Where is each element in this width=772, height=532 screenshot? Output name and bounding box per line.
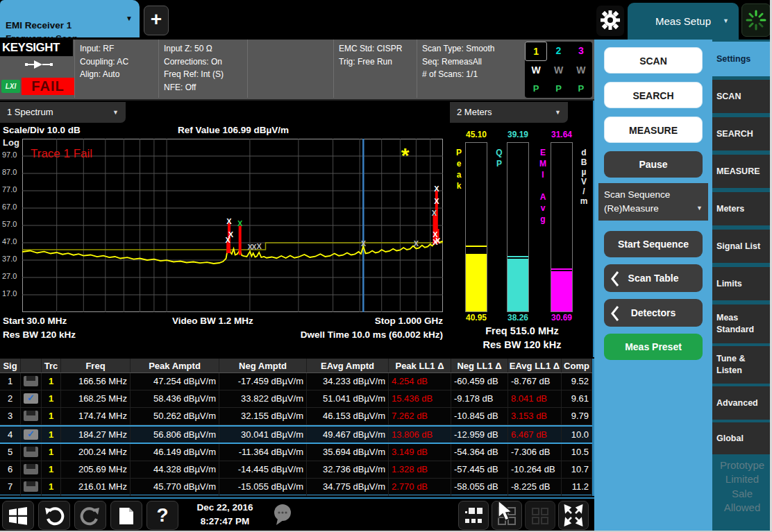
eavg-limit-delta: -8.767 dB: [508, 373, 562, 390]
meters-window-dropdown[interactable]: 2 Meters ▼: [450, 102, 568, 123]
qp-hold-line: [507, 256, 528, 257]
peak-marker-x: X: [228, 230, 234, 239]
plus-icon: +: [151, 8, 162, 30]
row-checkbox-unchecked[interactable]: [24, 481, 38, 492]
menu-tab-signal-list[interactable]: Signal List: [712, 230, 772, 263]
scale-div-label: Scale/Div 10.0 dB: [3, 125, 81, 135]
row-checkbox-unchecked[interactable]: [24, 464, 38, 474]
row-checkbox-unchecked[interactable]: [24, 411, 38, 421]
column-header[interactable]: Trc: [42, 359, 61, 372]
tab-emi-receiver[interactable]: EMI Receiver 1 Frequency Scan ▼: [0, 0, 140, 37]
y-axis-label: 97.0: [2, 151, 22, 159]
sig-number: 3: [0, 408, 21, 424]
detectors-button[interactable]: Detectors: [604, 299, 703, 327]
row-checkbox-unchecked[interactable]: [24, 447, 38, 457]
measure-button[interactable]: MEASURE: [604, 117, 703, 143]
trace-1-write-cell[interactable]: W: [525, 61, 547, 80]
undo-button[interactable]: [38, 501, 70, 530]
trace-3-peak-cell[interactable]: P: [570, 80, 592, 98]
grid-windows-button[interactable]: [525, 501, 555, 530]
pause-button[interactable]: Pause: [604, 151, 703, 178]
table-row[interactable]: 5 1 200.24 MHz 46.149 dBµV/m -11.364 dBµ…: [0, 444, 592, 461]
trace-3-cell[interactable]: 3: [570, 42, 592, 61]
column-header[interactable]: Freq: [61, 359, 131, 372]
meas-setup-dropdown[interactable]: Meas Setup ▼: [628, 3, 739, 40]
emi-avg-meter-fill: [551, 271, 572, 311]
start-sequence-button[interactable]: Start Sequence: [604, 231, 703, 257]
row-checkbox-checked[interactable]: ✓: [24, 429, 38, 440]
help-button[interactable]: ?: [146, 501, 178, 530]
scan-button[interactable]: SCAN: [604, 47, 703, 74]
menu-tab-meters[interactable]: Meters: [712, 192, 772, 225]
trace-2-write-cell[interactable]: W: [547, 61, 569, 80]
column-header[interactable]: Comp: [562, 359, 592, 372]
column-header[interactable]: Peak LL1 Δ: [389, 359, 451, 372]
tile-windows-button[interactable]: [458, 501, 489, 530]
add-tab-button[interactable]: +: [144, 6, 169, 35]
redo-button[interactable]: [74, 501, 106, 530]
table-row[interactable]: 1 1 166.56 MHz 47.254 dBµV/m -17.459 dBµ…: [0, 373, 592, 391]
eavg-limit-delta: -7.306 dB: [508, 444, 562, 461]
column-header[interactable]: Sig: [0, 359, 21, 372]
table-row[interactable]: 7 1 216.01 MHz 45.770 dBµV/m -15.055 dBµ…: [0, 479, 592, 496]
neg-amptd: -15.055 dBµV/m: [219, 479, 307, 495]
eavg-amptd: 35.694 dBµV/m: [307, 444, 389, 461]
datetime-display[interactable]: Dec 22, 2016 8:27:47 PM: [183, 501, 267, 530]
menu-column: Settings SCAN SEARCH MEASURE Meters Sign…: [712, 40, 772, 532]
chat-bubble-icon[interactable]: [271, 503, 296, 526]
file-button[interactable]: [110, 501, 142, 530]
menu-tab-global[interactable]: Global: [712, 422, 772, 454]
menu-tab-measure[interactable]: MEASURE: [712, 155, 772, 188]
trace-1-peak-cell[interactable]: P: [525, 80, 547, 98]
scan-table-button[interactable]: Scan Table: [604, 264, 703, 292]
trace-1-cell[interactable]: 1: [525, 42, 547, 61]
scan-sequence-dropdown[interactable]: Scan Sequence (Re)Measure ▼: [598, 183, 708, 221]
meas-preset-button[interactable]: Meas Preset: [604, 334, 703, 360]
menu-tab-advanced[interactable]: Advanced: [712, 386, 772, 420]
trace-status-grid[interactable]: 1 2 3 W W W P P P: [525, 42, 592, 98]
menu-tab-search[interactable]: SEARCH: [712, 117, 772, 151]
search-button[interactable]: SEARCH: [604, 82, 703, 108]
y-axis-label: 67.0: [2, 203, 22, 211]
table-row[interactable]: 3 1 174.74 MHz 50.262 dBµV/m 32.155 dBµV…: [0, 408, 592, 425]
table-row[interactable]: 2 ✓ 1 168.25 MHz 58.436 dBµV/m 33.822 dB…: [0, 391, 592, 408]
log-axis-label: Log: [3, 137, 19, 148]
neg-limit-delta: -58.055 dB: [451, 479, 508, 495]
redo-icon: [79, 517, 101, 529]
spectrum-chart[interactable]: 17.027.037.047.057.067.077.087.097.0 Log…: [0, 139, 448, 314]
checkbox-cell: ✓: [21, 391, 42, 407]
row-checkbox-unchecked[interactable]: [24, 376, 38, 386]
column-header[interactable]: Neg Amptd: [219, 359, 307, 372]
spectrum-window-dropdown[interactable]: 1 Spectrum ▼: [0, 102, 126, 123]
settings-gear-button[interactable]: [596, 6, 624, 36]
peak-hold-line: [466, 246, 487, 247]
column-header[interactable]: EAvg LL1 Δ: [508, 359, 562, 372]
sig-number: 6: [0, 461, 21, 478]
row-checkbox-checked[interactable]: ✓: [24, 393, 38, 404]
video-bw-label: Video BW 1.2 MHz: [172, 314, 253, 328]
menu-tab-settings[interactable]: Settings: [712, 42, 772, 76]
signal-list-table[interactable]: SigTrcFreqPeak AmptdNeg AmptdEAvg AmptdP…: [0, 359, 594, 496]
spectrum-plot[interactable]: XXXXXXXXXXXXXXX*: [22, 139, 443, 315]
menu-tab-scan[interactable]: SCAN: [712, 80, 772, 113]
column-header[interactable]: [21, 359, 42, 372]
table-row[interactable]: 6 1 205.69 MHz 44.328 dBµV/m -14.445 dBµ…: [0, 461, 592, 479]
neg-amptd: 30.041 dBµV/m: [219, 427, 307, 443]
column-header[interactable]: EAvg Amptd: [307, 359, 389, 372]
table-row[interactable]: 4 ✓ 1 184.27 MHz 56.806 dBµV/m 30.041 dB…: [0, 425, 592, 444]
column-header[interactable]: Peak Amptd: [131, 359, 219, 372]
trace-2-peak-cell[interactable]: P: [547, 80, 569, 98]
expand-arrows-icon: [562, 517, 585, 529]
column-header[interactable]: Neg LL1 Δ: [451, 359, 508, 372]
trace-2-cell[interactable]: 2: [547, 42, 569, 61]
trace-3-write-cell[interactable]: W: [570, 61, 592, 80]
eavg-limit-delta: 3.153 dB: [508, 408, 562, 424]
menu-tab-meas-standard[interactable]: Meas Standard: [712, 304, 772, 343]
fullscreen-button[interactable]: [558, 501, 589, 530]
peak-amptd: 46.149 dBµV/m: [131, 444, 219, 461]
meter-max-values: 45.10 39.19 31.64: [450, 130, 594, 139]
menu-tab-tune-listen[interactable]: Tune & Listen: [712, 346, 772, 384]
menu-tab-limits[interactable]: Limits: [712, 267, 772, 300]
windows-start-button[interactable]: [2, 501, 34, 530]
comp-value: 10.7: [562, 461, 592, 478]
